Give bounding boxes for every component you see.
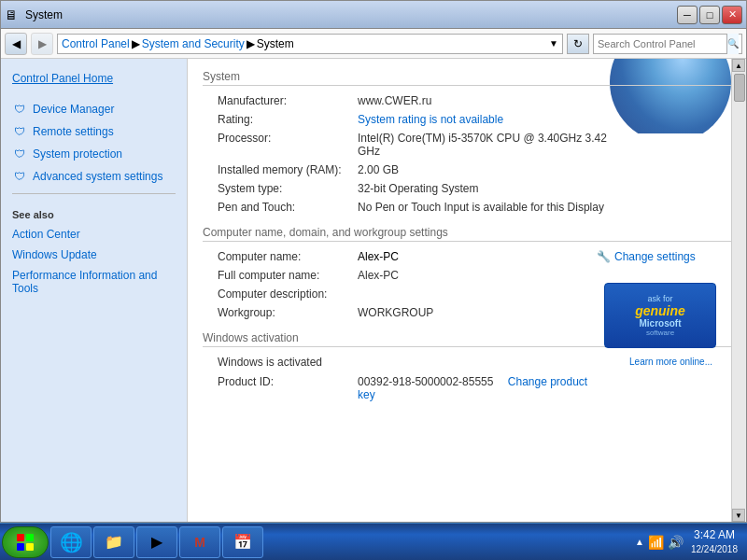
system-info-table: Manufacturer: www.CWER.ru Rating: System… [203, 91, 731, 217]
comp-name-label: Computer name: [203, 247, 352, 266]
sidebar-item-windows-update[interactable]: Windows Update [1, 245, 187, 265]
titlebar-left: 🖥 System [5, 7, 63, 22]
advanced-settings-icon: 🛡 [12, 169, 27, 184]
activation-content: Windows is activated Product ID: 00392-9… [203, 353, 731, 404]
action-center-label: Action Center [12, 228, 80, 241]
description-value [352, 285, 591, 303]
system-type-value: 32-bit Operating System [352, 179, 731, 198]
rating-row: Rating: System rating is not available [203, 110, 731, 129]
svg-rect-1 [26, 534, 34, 541]
sidebar-divider [12, 193, 176, 194]
manufacturer-label: Manufacturer: [203, 91, 352, 110]
memory-row: Installed memory (RAM): 2.00 GB [203, 161, 731, 179]
software-text: software [646, 329, 674, 337]
product-id-label: Product ID: [203, 372, 352, 404]
remote-settings-label: Remote settings [33, 125, 114, 138]
system-protection-icon: 🛡 [12, 147, 27, 161]
address-control-panel[interactable]: Control Panel [62, 37, 130, 50]
scrollbar[interactable]: ▲ ▼ [731, 59, 746, 522]
comp-name-value: Alex-PC [352, 247, 591, 266]
sidebar: Control Panel Home 🛡 Device Manager 🛡 Re… [1, 59, 188, 522]
forward-button[interactable]: ▶ [31, 33, 53, 55]
system-section-header: System [203, 70, 731, 86]
full-name-value: Alex-PC [352, 266, 591, 285]
close-button[interactable]: ✕ [722, 6, 742, 24]
taskbar-ms-button[interactable]: M [179, 526, 220, 558]
device-manager-icon: 🛡 [12, 102, 27, 117]
remote-settings-icon: 🛡 [12, 124, 27, 139]
comp-name-row: Computer name: Alex-PC 🔧 Change settings [203, 247, 731, 266]
control-panel-home[interactable]: Control Panel Home [1, 66, 187, 91]
pen-touch-label: Pen and Touch: [203, 198, 352, 217]
refresh-button[interactable]: ↻ [567, 34, 589, 54]
tray-clock[interactable]: 3:42 AM 12/24/2018 [687, 526, 741, 557]
tray-date-value: 12/24/2018 [691, 543, 738, 555]
titlebar: 🖥 System ─ □ ✕ [1, 1, 746, 29]
tray-time-value: 3:42 AM [691, 528, 738, 543]
manufacturer-row: Manufacturer: www.CWER.ru [203, 91, 731, 110]
minimize-button[interactable]: ─ [677, 6, 698, 24]
tray-expand-icon[interactable]: ▲ [635, 537, 644, 547]
scroll-thumb[interactable] [734, 74, 745, 102]
product-id-row: Product ID: 00392-918-5000002-85555 Chan… [203, 372, 606, 404]
sidebar-item-device-manager[interactable]: 🛡 Device Manager [1, 98, 187, 120]
genuine-badge: ask for genuine Microsoft software [604, 283, 716, 348]
content-area: System Manufacturer: www.CWER.ru Rating:… [188, 59, 746, 522]
taskbar: 🌐 📁 ▶ M 📅 ▲ 📶 🔊 3:42 AM 12/24/2018 [0, 523, 747, 560]
taskbar-media-button[interactable]: ▶ [136, 526, 177, 558]
microsoft-text: Microsoft [640, 318, 682, 329]
product-id-value: 00392-918-5000002-85555 Change product k… [352, 372, 606, 404]
taskbar-calendar-button[interactable]: 📅 [222, 526, 263, 558]
maximize-button[interactable]: □ [699, 6, 720, 24]
system-type-label: System type: [203, 179, 352, 198]
address-box[interactable]: Control Panel ▶ System and Security ▶ Sy… [57, 34, 563, 54]
address-dropdown[interactable]: ▼ [549, 38, 558, 49]
address-system-security[interactable]: System and Security [142, 37, 245, 50]
activation-status-row: Windows is activated [203, 353, 606, 372]
windows-update-label: Windows Update [12, 248, 97, 261]
windows-icon [16, 533, 35, 552]
sidebar-item-system-protection[interactable]: 🛡 System protection [1, 143, 187, 165]
start-button[interactable] [2, 526, 49, 558]
window-title: System [25, 8, 63, 21]
back-button[interactable]: ◀ [5, 33, 27, 55]
tray-volume-icon[interactable]: 🔊 [668, 535, 684, 550]
description-label: Computer description: [203, 285, 352, 303]
memory-label: Installed memory (RAM): [203, 161, 352, 179]
change-settings-link[interactable]: 🔧 Change settings [597, 250, 716, 263]
rating-value[interactable]: System rating is not available [358, 113, 503, 126]
computer-name-section-header: Computer name, domain, and workgroup set… [203, 226, 731, 242]
activation-table: Windows is activated Product ID: 00392-9… [203, 353, 606, 404]
ask-genuine-line1: ask for [647, 294, 672, 303]
titlebar-buttons: ─ □ ✕ [677, 6, 742, 24]
manufacturer-value: www.CWER.ru [352, 91, 731, 110]
scroll-up-button[interactable]: ▲ [732, 59, 745, 72]
full-name-label: Full computer name: [203, 266, 352, 285]
taskbar-tray: ▲ 📶 🔊 3:42 AM 12/24/2018 [631, 526, 745, 557]
system-protection-label: System protection [33, 147, 122, 161]
tray-network-icon[interactable]: 📶 [648, 535, 664, 550]
workgroup-value: WORKGROUP [352, 303, 591, 322]
performance-label: Performance Information and Tools [12, 269, 176, 295]
activation-info: Windows is activated Product ID: 00392-9… [203, 353, 606, 404]
taskbar-ie-button[interactable]: 🌐 [50, 526, 92, 558]
main-area: Control Panel Home 🛡 Device Manager 🛡 Re… [1, 59, 746, 522]
search-input[interactable] [598, 38, 726, 49]
processor-value: Intel(R) Core(TM) i5-3570K CPU @ 3.40GHz… [352, 129, 731, 161]
taskbar-explorer-button[interactable]: 📁 [93, 526, 134, 558]
addressbar: ◀ ▶ Control Panel ▶ System and Security … [1, 29, 746, 59]
sidebar-item-remote-settings[interactable]: 🛡 Remote settings [1, 120, 187, 143]
sidebar-item-performance[interactable]: Performance Information and Tools [1, 265, 187, 299]
learn-more-link[interactable]: Learn more online... [629, 357, 712, 367]
processor-label: Processor: [203, 129, 352, 161]
genuine-text: genuine [635, 303, 685, 318]
scroll-down-button[interactable]: ▼ [732, 509, 745, 522]
sidebar-nav: 🛡 Device Manager 🛡 Remote settings 🛡 Sys… [1, 98, 187, 188]
svg-rect-2 [17, 543, 24, 551]
address-system: System [257, 37, 294, 50]
pen-touch-value: No Pen or Touch Input is available for t… [352, 198, 731, 217]
search-button[interactable]: 🔍 [726, 34, 739, 54]
svg-rect-0 [17, 534, 24, 541]
sidebar-item-advanced-settings[interactable]: 🛡 Advanced system settings [1, 165, 187, 188]
sidebar-item-action-center[interactable]: Action Center [1, 224, 187, 245]
